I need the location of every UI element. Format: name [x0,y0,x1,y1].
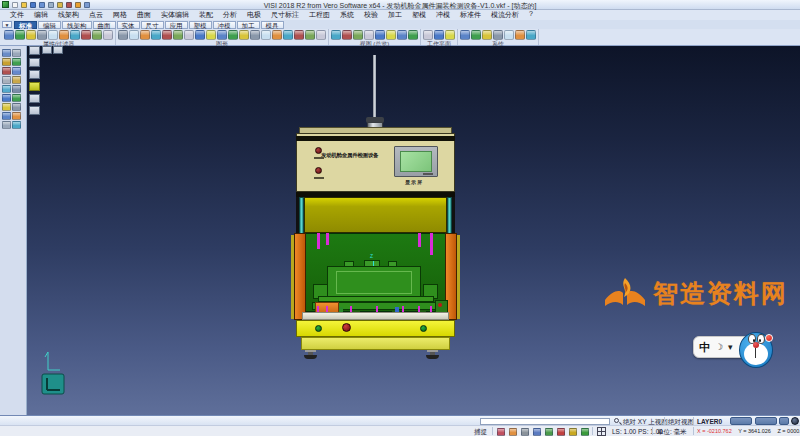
ribbon-tool-icon[interactable] [140,30,150,40]
left-tool-icon[interactable] [2,49,11,57]
book-icon[interactable] [497,428,505,436]
ribbon-tool-icon[interactable] [103,30,113,40]
ribbon-tool-icon[interactable] [353,30,363,40]
menu-item[interactable]: 校验 [359,10,383,20]
viewport-top-button[interactable] [42,46,52,54]
ribbon-tool-icon[interactable] [239,30,249,40]
viewport-side-button[interactable] [29,82,40,91]
view-control-button[interactable] [755,417,777,425]
ribbon-tool-icon[interactable] [26,30,36,40]
toolbar-tab[interactable]: 曲面 [93,21,116,29]
ribbon-tool-icon[interactable] [272,30,282,40]
toolbar-tab[interactable]: 实体 [117,21,140,29]
left-tool-icon[interactable] [2,58,11,66]
toolbar-tab[interactable]: 尺寸 [141,21,164,29]
tool-icon[interactable] [557,428,565,436]
left-tool-icon[interactable] [12,112,21,120]
viewport-side-button[interactable] [29,70,40,79]
menu-item[interactable]: 模流分析 [486,10,524,20]
left-tool-icon[interactable] [12,103,21,111]
ribbon-tool-icon[interactable] [129,30,139,40]
toolbar-tab[interactable]: 冲模 [213,21,236,29]
menu-item[interactable]: 曲面 [132,10,156,20]
ribbon-tool-icon[interactable] [375,30,385,40]
ribbon-tool-icon[interactable] [184,30,194,40]
ribbon-tool-icon[interactable] [471,30,481,40]
menu-item[interactable]: 工程图 [304,10,335,20]
ribbon-tool-icon[interactable] [305,30,315,40]
toolbar-dropdown-button[interactable]: ▼ [2,21,12,28]
menu-item[interactable]: 线架构 [53,10,84,20]
viewport-side-button[interactable] [29,46,40,55]
ribbon-tool-icon[interactable] [15,30,25,40]
left-tool-icon[interactable] [12,121,21,129]
menu-item[interactable]: 冲模 [431,10,455,20]
ribbon-tool-icon[interactable] [217,30,227,40]
left-tool-icon[interactable] [12,94,21,102]
viewport-top-button[interactable] [53,46,63,54]
3d-viewport[interactable]: 发动机舱金属件检测设备 显示屏 [27,46,800,415]
menu-item[interactable]: 编辑 [29,10,53,20]
menu-item[interactable]: 实体编辑 [156,10,194,20]
folder-icon[interactable] [509,428,517,436]
menu-item[interactable]: 塑模 [407,10,431,20]
menu-item[interactable]: 文件 [5,10,29,20]
menu-item[interactable]: ? [524,10,538,20]
left-tool-icon[interactable] [12,67,21,75]
toolbar-tab[interactable]: 编辑 [38,21,61,29]
left-tool-icon[interactable] [2,76,11,84]
ribbon-tool-icon[interactable] [228,30,238,40]
left-tool-icon[interactable] [12,58,21,66]
ribbon-tool-icon[interactable] [482,30,492,40]
layer-indicator[interactable]: LAYER0 [697,418,722,425]
left-tool-icon[interactable] [12,49,21,57]
ribbon-tool-icon[interactable] [493,30,503,40]
ribbon-tool-icon[interactable] [526,30,536,40]
toolbar-tab[interactable]: 塑模 [189,21,212,29]
ribbon-tool-icon[interactable] [283,30,293,40]
ribbon-tool-icon[interactable] [445,30,455,40]
ribbon-tool-icon[interactable] [316,30,326,40]
menu-item[interactable]: 点云 [84,10,108,20]
ribbon-tool-icon[interactable] [195,30,205,40]
menu-item[interactable]: 尺寸标注 [266,10,304,20]
ribbon-tool-icon[interactable] [397,30,407,40]
left-tool-icon[interactable] [12,76,21,84]
viewport-side-button[interactable] [29,106,40,115]
toolbar-tab[interactable]: 模具 [261,21,284,29]
ribbon-tool-icon[interactable] [151,30,161,40]
left-tool-icon[interactable] [2,103,11,111]
ribbon-tool-icon[interactable] [81,30,91,40]
ribbon-tool-icon[interactable] [118,30,128,40]
ribbon-tool-icon[interactable] [37,30,47,40]
view-control-button[interactable] [730,417,752,425]
ribbon-tool-icon[interactable] [460,30,470,40]
toolbar-tab[interactable]: 加工 [237,21,260,29]
ribbon-tool-icon[interactable] [294,30,304,40]
ribbon-tool-icon[interactable] [92,30,102,40]
ribbon-tool-icon[interactable] [162,30,172,40]
menu-item[interactable]: 标准件 [455,10,486,20]
ribbon-tool-icon[interactable] [70,30,80,40]
person-icon[interactable] [533,428,541,436]
moon-icon[interactable]: ☽ [715,342,723,352]
ribbon-tool-icon[interactable] [504,30,514,40]
toolbar-tab[interactable]: 应用 [165,21,188,29]
left-tool-icon[interactable] [2,94,11,102]
viewport-side-button[interactable] [29,94,40,103]
left-tool-icon[interactable] [2,67,11,75]
ribbon-tool-icon[interactable] [342,30,352,40]
render-mode-sphere-icon[interactable] [791,417,799,425]
toolbar-tab[interactable]: 标准 [14,21,37,29]
truck-icon[interactable] [545,428,553,436]
ribbon-tool-icon[interactable] [331,30,341,40]
menu-item[interactable]: 电极 [242,10,266,20]
ribbon-tool-icon[interactable] [515,30,525,40]
menu-item[interactable]: 加工 [383,10,407,20]
ribbon-tool-icon[interactable] [408,30,418,40]
ribbon-tool-icon[interactable] [261,30,271,40]
left-tool-icon[interactable] [12,85,21,93]
ribbon-tool-icon[interactable] [423,30,433,40]
ribbon-tool-icon[interactable] [4,30,14,40]
status-search-input[interactable] [480,418,610,425]
